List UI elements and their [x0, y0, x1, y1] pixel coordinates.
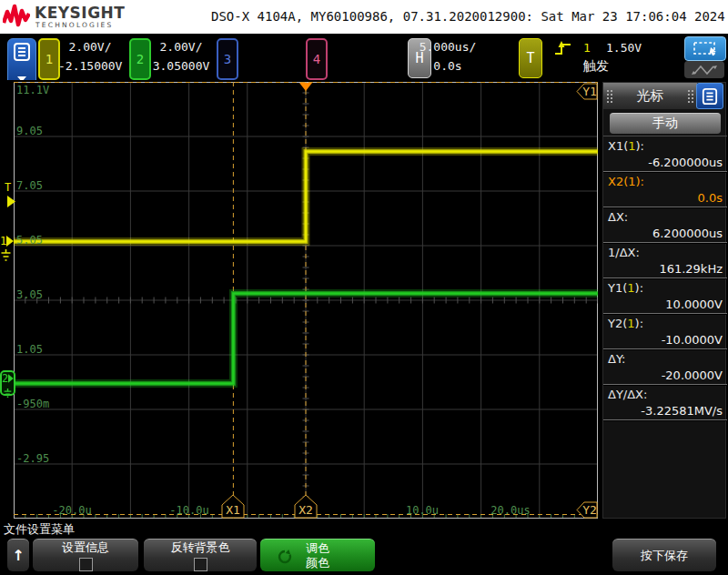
cursor-row-label: 1/ΔX:: [608, 246, 723, 259]
brand-name: KEYSIGHT: [35, 4, 125, 22]
trigger-label: T: [526, 50, 534, 66]
svg-text:X1: X1: [226, 503, 240, 517]
cursor-panel-title: 光标: [637, 87, 664, 105]
cursor-row-value: -20.0000V: [608, 368, 723, 382]
cursor-row-label: ΔX:: [608, 210, 723, 224]
channel-2-readout: 2.00V/ 3.05000V: [149, 37, 213, 76]
palette-label: 调色: [306, 541, 329, 556]
channel-3-button[interactable]: 3: [217, 38, 238, 80]
cursor-menu-button[interactable]: [696, 83, 723, 109]
cursor-row-label: Y2(1):: [608, 317, 723, 330]
channel-1-number: 1: [46, 52, 53, 66]
cursor-row-value: -6.200000us: [608, 156, 723, 169]
drag-handle-icon[interactable]: [688, 90, 693, 103]
invert-colors-label: 反转背景色: [171, 540, 230, 556]
cursor-row-y2: Y2(1): -10.0000V: [603, 314, 727, 349]
channel-2-offset: 3.05000V: [149, 56, 213, 76]
invert-colors-button[interactable]: 反转背景色: [144, 539, 257, 571]
cursor-row-x2: X2(1): 0.0s: [603, 172, 727, 207]
channel-4-number: 4: [313, 52, 320, 66]
cursor-row-dy: ΔY: -20.0000V: [603, 349, 727, 385]
svg-text:X2: X2: [298, 503, 313, 517]
t-axis-label: -10.0u: [169, 504, 208, 517]
rising-edge-icon: [553, 40, 573, 56]
cursor-row-label: Y1(1):: [608, 281, 723, 295]
channel-3-number: 3: [224, 52, 231, 66]
cursor-row-label: ΔY/ΔX:: [608, 388, 723, 401]
horizontal-readout: 5.000us/ 0.0s: [411, 37, 484, 76]
trigger-source: 1: [583, 41, 591, 55]
channel-1-offset: -2.15000V: [58, 56, 122, 76]
cursor-row-label: X1(1):: [608, 139, 723, 153]
cursor-y1-flag[interactable]: Y1: [576, 83, 598, 104]
up-arrow-icon: ↑: [12, 550, 24, 562]
touch-zone-select-button[interactable]: [684, 36, 726, 61]
channel-2-ground-marker[interactable]: 2: [0, 370, 15, 396]
cursor-row-value: 161.29kHz: [608, 262, 723, 276]
v-axis-label: 5.05: [16, 234, 43, 247]
menu-icon: [13, 43, 31, 61]
channel-2-button[interactable]: 2: [129, 38, 151, 80]
channel-1-scale: 2.00V/: [58, 37, 122, 56]
cursor-row-value: 6.200000us: [608, 227, 723, 240]
cursor-readout-list: X1(1): -6.200000usX2(1): 0.0sΔX: 6.20000…: [603, 136, 727, 420]
softkey-menu-title: 文件设置菜单: [4, 521, 75, 538]
setup-info-button[interactable]: 设置信息: [33, 539, 138, 571]
drag-handle-icon[interactable]: [607, 90, 612, 103]
channel-2-number: 2: [136, 52, 144, 66]
svg-text:Y1: Y1: [582, 85, 597, 98]
cursor-row-inv-dx: 1/ΔX: 161.29kHz: [603, 243, 727, 278]
status-toolbar: 1 2.00V/ -2.15000V 2 2.00V/ 3.05000V 3 4…: [0, 34, 728, 80]
v-axis-label: -2.95: [16, 452, 49, 465]
setup-info-label: 设置信息: [62, 540, 109, 556]
trigger-caption: 触发: [573, 58, 619, 75]
palette-button[interactable]: 调色 颜色: [260, 539, 375, 571]
oscilloscope-screen: KEYSIGHT TECHNOLOGIES DSO-X 4104A, MY601…: [0, 0, 728, 575]
brand-subtitle: TECHNOLOGIES: [35, 21, 113, 29]
v-axis-label: 9.05: [16, 125, 43, 137]
recycle-icon: [277, 549, 293, 565]
cursor-mode-button[interactable]: 手动: [610, 113, 721, 134]
t-axis-label: -20.0u: [52, 504, 91, 517]
cursor-row-value: 0.0s: [608, 191, 723, 205]
cursor-row-value: -3.22581MV/s: [608, 404, 723, 418]
channel-2-scale: 2.00V/: [149, 37, 213, 56]
trigger-button[interactable]: T: [519, 38, 542, 78]
cursor-row-dy-dx: ΔY/ΔX: -3.22581MV/s: [603, 385, 727, 420]
zigzag-arrows-icon: [691, 64, 718, 76]
cursor-row-x1: X1(1): -6.200000us: [603, 136, 727, 172]
menu-icon: [702, 88, 718, 105]
trigger-level: 1.50V: [606, 41, 642, 55]
cursor-row-label: ΔY:: [608, 352, 723, 366]
trigger-level-marker[interactable]: T: [5, 181, 15, 211]
brand-bar: KEYSIGHT TECHNOLOGIES DSO-X 4104A, MY601…: [0, 0, 728, 34]
t-axis-label: 20.0us: [490, 504, 530, 517]
keysight-logo-icon: [3, 3, 30, 30]
palette-sublabel: 颜色: [306, 556, 329, 570]
channel-4-button[interactable]: 4: [306, 38, 328, 80]
v-axis-label: 3.05: [16, 288, 43, 301]
timebase-scale: 5.000us/: [411, 37, 484, 56]
cursor-panel: 光标 手动 X1(1): -6.200000usX2(1): 0.0sΔX: 6…: [602, 82, 726, 519]
v-axis-label: -950m: [16, 398, 49, 410]
cursor-panel-header[interactable]: 光标: [603, 83, 697, 109]
waveform-draw-button[interactable]: [684, 61, 724, 78]
cursor-row-dx: ΔX: 6.200000us: [603, 207, 727, 243]
back-button[interactable]: ↑: [7, 539, 29, 571]
cursor-row-value: -10.0000V: [608, 333, 723, 347]
setup-info-checkbox[interactable]: [79, 558, 93, 571]
channel-1-readout: 2.00V/ -2.15000V: [58, 37, 122, 76]
save-button[interactable]: 按下保存: [612, 539, 716, 571]
invert-colors-checkbox[interactable]: [194, 558, 207, 571]
trigger-time-marker: [299, 83, 312, 91]
channel-1-ground-marker[interactable]: 1: [0, 235, 14, 265]
svg-text:Y2: Y2: [582, 503, 597, 517]
cursor-row-value: 10.0000V: [608, 298, 723, 311]
cursor-row-y1: Y1(1): 10.0000V: [603, 278, 727, 314]
v-axis-label: 11.1V: [16, 84, 49, 96]
t-axis-label: 10.0u: [406, 504, 439, 517]
graticule-and-traces: [14, 82, 598, 519]
waveform-display: 11.1V9.057.055.053.051.05-950m-2.95-20.0…: [0, 80, 602, 520]
cursor-row-label: X2(1):: [608, 175, 723, 188]
channel-1-button[interactable]: 1: [38, 38, 60, 80]
